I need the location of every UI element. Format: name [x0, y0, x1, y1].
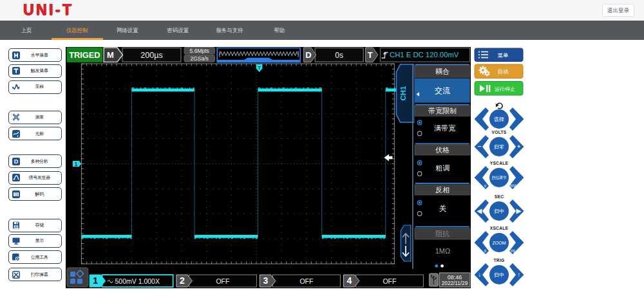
svg-text:1MΩ: 1MΩ [435, 247, 450, 255]
svg-text:自动: 自动 [498, 68, 509, 75]
svg-text:带宽限制: 带宽限制 [428, 107, 456, 115]
svg-text:挡位调节: 挡位调节 [491, 175, 506, 180]
svg-text:CH1 E DC 120.00mV: CH1 E DC 120.00mV [390, 51, 459, 59]
svg-text:1: 1 [93, 275, 98, 286]
svg-text:0s: 0s [335, 51, 343, 60]
svg-text:2022/11/29: 2022/11/29 [441, 281, 468, 286]
svg-text:08:46: 08:46 [447, 274, 462, 281]
svg-text:4: 4 [346, 275, 352, 286]
svg-text:反相: 反相 [435, 186, 449, 194]
svg-text:500mV 1.000X: 500mV 1.000X [115, 277, 159, 285]
svg-text:2: 2 [180, 275, 185, 286]
svg-text:5.6Mpts: 5.6Mpts [189, 48, 209, 54]
svg-text:3: 3 [263, 275, 268, 286]
svg-text:TRIG: TRIG [494, 258, 505, 263]
svg-text:▶: ▶ [516, 207, 522, 214]
svg-text:满带宽: 满带宽 [433, 124, 455, 132]
svg-text:阻抗: 阻抗 [435, 230, 449, 237]
svg-text:TRIGED: TRIGED [69, 50, 100, 60]
svg-text:M: M [107, 50, 114, 60]
svg-text:1: 1 [74, 161, 77, 167]
svg-text:YSCALE: YSCALE [490, 161, 509, 165]
svg-text:归零: 归零 [494, 144, 504, 150]
svg-text:200µs: 200µs [140, 51, 162, 60]
svg-text:ZOOM: ZOOM [493, 241, 506, 245]
svg-text:CH1: CH1 [399, 86, 406, 101]
svg-text:VOLTS: VOLTS [492, 130, 507, 134]
svg-text:耦合: 耦合 [435, 68, 449, 75]
svg-text:SEC: SEC [495, 194, 504, 199]
svg-text:D: D [14, 158, 18, 165]
svg-text:交流: 交流 [434, 86, 450, 95]
svg-text:菜单: 菜单 [498, 52, 509, 59]
svg-text:−: − [478, 143, 482, 150]
svg-text:ns: ns [511, 248, 516, 253]
svg-text:+: + [517, 143, 521, 150]
svg-text:选择: 选择 [494, 116, 504, 122]
svg-text:T: T [367, 50, 372, 60]
svg-text:↓: ↓ [478, 271, 481, 278]
svg-text:归中: 归中 [494, 208, 504, 214]
svg-text:XSCALE: XSCALE [490, 226, 509, 230]
svg-text:◀: ◀ [477, 207, 482, 214]
svg-text:OFF: OFF [383, 277, 396, 285]
svg-text:运行/停止: 运行/停止 [495, 86, 515, 92]
svg-text:OFF: OFF [299, 277, 313, 285]
svg-text:关: 关 [439, 205, 446, 212]
svg-text:粗调: 粗调 [435, 164, 450, 172]
svg-text:mV: mV [510, 183, 516, 188]
svg-text:OFF: OFF [216, 277, 229, 285]
svg-text:↑: ↑ [517, 271, 520, 278]
svg-text:2GSa/s: 2GSa/s [190, 55, 208, 62]
svg-text:归中: 归中 [494, 272, 504, 278]
svg-text:T: T [258, 65, 261, 71]
svg-text:D: D [305, 50, 311, 60]
svg-text:伏格: 伏格 [435, 146, 449, 154]
